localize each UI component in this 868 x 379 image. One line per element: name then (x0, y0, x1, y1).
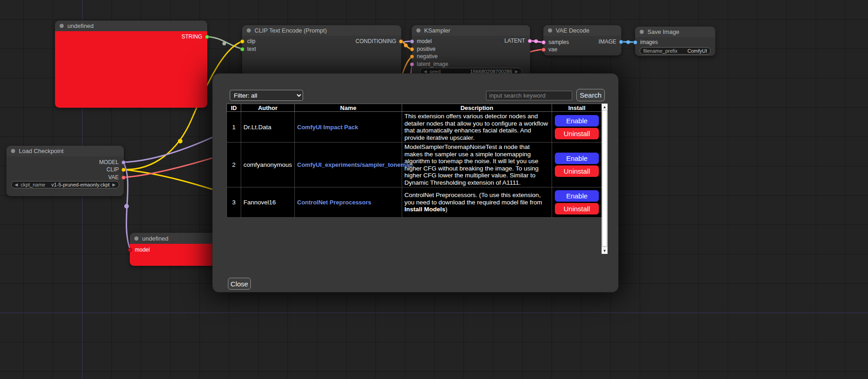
text-port-dot[interactable] (240, 47, 244, 51)
cell-id: 3 (227, 187, 241, 218)
port-label: latent_image (417, 61, 448, 67)
clip-out-port-dot[interactable] (122, 168, 126, 172)
output-port-clip[interactable]: CLIP (6, 166, 124, 173)
scrollbar-thumb[interactable] (602, 110, 607, 247)
node-title-bar[interactable]: Load Checkpoint (6, 146, 124, 156)
uninstall-button[interactable]: Uninstall (555, 165, 599, 177)
images-port-dot[interactable] (633, 40, 637, 44)
input-port-images[interactable]: images (635, 39, 715, 45)
collapse-dot-icon[interactable] (134, 236, 138, 241)
enable-button[interactable]: Enable (555, 115, 599, 126)
output-port-latent[interactable]: LATENT (412, 38, 530, 44)
scroll-down-icon[interactable]: ▼ (602, 247, 608, 254)
table-scrollbar[interactable]: ▲ ▼ (602, 104, 608, 254)
cell-name: ComfyUI Impact Pack (295, 112, 402, 143)
positive-port-dot[interactable] (410, 47, 414, 51)
search-button[interactable]: Search (576, 89, 605, 101)
collapse-dot-icon[interactable] (548, 28, 552, 33)
enable-button[interactable]: Enable (555, 190, 599, 202)
ckpt-name-widget[interactable]: ◀ ckpt_name v1-5-pruned-emaonly.ckpt ▶ (11, 181, 119, 188)
cell-name: ControlNet Preprocessors (295, 187, 402, 218)
node-title-bar[interactable]: KSampler (412, 25, 530, 36)
input-port-latent-image[interactable]: latent_image (412, 61, 530, 67)
cell-id: 1 (227, 112, 241, 143)
node-title-bar[interactable]: undefined (55, 21, 207, 31)
output-port-vae[interactable]: VAE (6, 174, 124, 181)
node-title-label: Save Image (647, 28, 679, 35)
node-vae-decode[interactable]: VAE Decode samples vae IMAGE (543, 25, 621, 55)
header-description: Description (402, 104, 552, 112)
next-arrow-icon[interactable]: ▶ (112, 183, 116, 187)
collapse-dot-icon[interactable] (11, 149, 15, 153)
cell-description: ModelSamplerTonemapNoiseTest a node that… (402, 143, 552, 187)
uninstall-button[interactable]: Uninstall (555, 128, 599, 139)
port-label: model (135, 247, 150, 253)
model-out-port-dot[interactable] (122, 160, 126, 165)
latent-out-port-dot[interactable] (528, 39, 532, 43)
conditioning-port-dot[interactable] (399, 39, 403, 44)
node-undefined-top[interactable]: undefined STRING (55, 21, 207, 108)
port-label: text (247, 46, 256, 52)
header-install: Install (552, 104, 602, 112)
extensions-table: ID Author Name Description Install 1 Dr.… (227, 104, 602, 218)
search-input[interactable] (486, 91, 572, 100)
node-title-label: CLIP Text Encode (Prompt) (254, 27, 327, 34)
string-port-dot[interactable] (205, 35, 209, 39)
port-label: vae (548, 46, 557, 53)
node-title-bar[interactable]: Save Image (635, 27, 715, 37)
port-label: LATENT (504, 38, 525, 44)
node-graph-canvas[interactable]: undefined STRING CLIP Text Encode (Promp… (0, 0, 868, 379)
node-save-image[interactable]: Save Image images filename_prefix ComfyU… (635, 27, 715, 56)
node-title-bar[interactable]: VAE Decode (543, 25, 621, 36)
table-row: 2 comfyanonymous ComfyUI_experiments/sam… (227, 143, 602, 187)
extension-link[interactable]: ComfyUI Impact Pack (297, 124, 358, 131)
filename-prefix-widget[interactable]: filename_prefix ComfyUI (640, 47, 711, 55)
input-port-vae[interactable]: vae (543, 46, 621, 53)
negative-port-dot[interactable] (410, 55, 414, 59)
close-button[interactable]: Close (228, 278, 251, 290)
cell-author: Dr.Lt.Data (241, 112, 295, 143)
widget-label: ckpt_name (21, 182, 45, 187)
output-port-model[interactable]: MODEL (6, 159, 124, 165)
latent-port-dot[interactable] (410, 62, 414, 66)
collapse-dot-icon[interactable] (416, 28, 420, 33)
vae-out-port-dot[interactable] (122, 176, 126, 180)
cell-install: Enable Uninstall (552, 143, 602, 187)
input-port-positive[interactable]: positive (412, 46, 530, 52)
cell-author: comfyanonymous (241, 143, 295, 187)
model-port-dot[interactable] (128, 248, 132, 252)
cell-id: 2 (227, 143, 241, 187)
input-port-negative[interactable]: negative (412, 53, 530, 60)
extension-link[interactable]: ControlNet Preprocessors (297, 199, 371, 206)
filter-select[interactable]: Filter: all (230, 90, 303, 101)
header-name: Name (295, 104, 402, 112)
enable-button[interactable]: Enable (555, 153, 599, 164)
header-author: Author (241, 104, 295, 112)
node-title-label: KSampler (424, 27, 450, 34)
uninstall-button[interactable]: Uninstall (555, 203, 599, 214)
output-port-conditioning[interactable]: CONDITIONING (242, 38, 401, 44)
node-title-label: undefined (67, 22, 94, 29)
port-label: STRING (182, 33, 202, 40)
scroll-up-icon[interactable]: ▲ (602, 104, 608, 110)
previous-arrow-icon[interactable]: ◀ (15, 183, 18, 187)
collapse-dot-icon[interactable] (60, 24, 64, 28)
cell-description: ControlNet Preprocessors. (To use this e… (402, 187, 552, 218)
extension-link[interactable]: ComfyUI_experiments/sampler_tonemap (297, 161, 413, 168)
input-port-text[interactable]: text (242, 46, 401, 52)
node-title-bar[interactable]: CLIP Text Encode (Prompt) (242, 25, 401, 36)
cell-install: Enable Uninstall (552, 112, 602, 143)
node-title-label: Load Checkpoint (19, 148, 64, 154)
vae-port-dot[interactable] (542, 48, 546, 52)
node-title-label: VAE Decode (556, 27, 589, 34)
node-load-checkpoint[interactable]: Load Checkpoint MODEL CLIP VAE ◀ ckpt_na… (6, 146, 124, 196)
output-port-image[interactable]: IMAGE (543, 38, 621, 45)
output-port-string[interactable]: STRING (55, 33, 207, 40)
collapse-dot-icon[interactable] (640, 30, 644, 34)
collapse-dot-icon[interactable] (247, 28, 251, 33)
custom-nodes-manager-dialog: Filter: all Search ID Author Name Descri… (212, 73, 619, 292)
cell-description: This extension offers various detector n… (402, 112, 552, 143)
cell-name: ComfyUI_experiments/sampler_tonemap (295, 143, 402, 187)
widget-label: filename_prefix (643, 48, 678, 54)
image-port-dot[interactable] (619, 40, 623, 44)
